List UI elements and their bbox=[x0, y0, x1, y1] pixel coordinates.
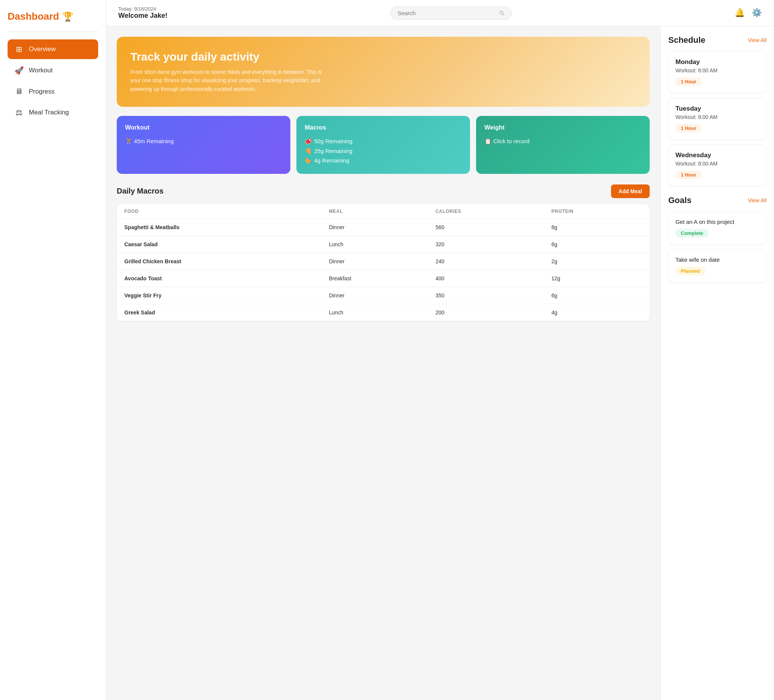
workout-stat-icon: 🏋 bbox=[125, 138, 132, 144]
sidebar-item-label-meal-tracking: Meal Tracking bbox=[29, 109, 69, 116]
meal-cell: Dinner bbox=[321, 287, 428, 304]
workout-stat-value: 🏋 45m Remaining bbox=[125, 136, 282, 146]
workout-stat-card[interactable]: Workout 🏋 45m Remaining bbox=[117, 116, 290, 174]
goal-card: Get an A on this project Complete bbox=[668, 211, 766, 245]
sidebar-divider bbox=[8, 31, 98, 32]
food-cell: Veggie Stir Fry bbox=[117, 287, 321, 304]
sidebar: Dashboard 🏆 ⊞ Overview 🚀 Workout 🖥 Progr… bbox=[0, 0, 106, 700]
goals-section: Goals View All Get an A on this project … bbox=[668, 195, 766, 282]
duration-badge: 1 Hour bbox=[675, 170, 701, 179]
food-cell: Caesar Salad bbox=[117, 236, 321, 253]
food-cell: Grilled Chicken Breast bbox=[117, 253, 321, 270]
sidebar-item-progress[interactable]: 🖥 Progress bbox=[8, 82, 98, 101]
calories-cell: 400 bbox=[428, 270, 544, 287]
search-input[interactable] bbox=[398, 10, 495, 16]
goals-header: Goals View All bbox=[668, 195, 766, 205]
protein-cell: 6g bbox=[544, 236, 650, 253]
macros-table: FOOD MEAL CALORIES PROTEIN Spaghetti & M… bbox=[117, 204, 650, 321]
food-cell: Greek Salad bbox=[117, 304, 321, 321]
hero-description: From short-burst gym workouts to scenic … bbox=[131, 68, 327, 93]
meal-cell: Dinner bbox=[321, 219, 428, 236]
goals-title: Goals bbox=[668, 195, 691, 205]
col-protein: PROTEIN bbox=[544, 204, 650, 219]
sidebar-item-label-progress: Progress bbox=[29, 88, 55, 96]
logo: Dashboard 🏆 bbox=[8, 11, 98, 22]
header-actions: 🔔 ⚙️ bbox=[734, 8, 762, 18]
schedule-workout: Workout: 8:00 AM bbox=[675, 114, 759, 120]
meal-cell: Dinner bbox=[321, 253, 428, 270]
calories-cell: 560 bbox=[428, 219, 544, 236]
food-cell: Spaghetti & Meatballs bbox=[117, 219, 321, 236]
protein-cell: 4g bbox=[544, 304, 650, 321]
schedule-day: Tuesday bbox=[675, 105, 759, 112]
goal-cards: Get an A on this project Complete Take w… bbox=[668, 211, 766, 282]
header-date: Today: 9/18/2024 bbox=[118, 6, 167, 12]
schedule-day: Monday bbox=[675, 58, 759, 66]
goal-card: Take wife on date Planned bbox=[668, 249, 766, 282]
schedule-day: Wednesday bbox=[675, 152, 759, 159]
col-food: FOOD bbox=[117, 204, 321, 219]
schedule-workout: Workout: 8:00 AM bbox=[675, 160, 759, 167]
goals-view-all[interactable]: View All bbox=[748, 197, 766, 203]
col-meal: MEAL bbox=[321, 204, 428, 219]
table-row: Caesar Salad Lunch 320 6g bbox=[117, 236, 650, 253]
sidebar-item-overview[interactable]: ⊞ Overview bbox=[8, 40, 98, 59]
header-info: Today: 9/18/2024 Welcome Jake! bbox=[118, 6, 167, 20]
daily-macros-title: Daily Macros bbox=[117, 187, 164, 195]
sidebar-item-meal-tracking[interactable]: ⚖ Meal Tracking bbox=[8, 102, 98, 122]
hero-title: Track your daily activity bbox=[131, 50, 636, 63]
content: Track your daily activity From short-bur… bbox=[106, 26, 774, 700]
macros-line: 🍕25g Remaining bbox=[305, 146, 461, 156]
weight-stat-card[interactable]: Weight 📋 Click to record bbox=[476, 116, 650, 174]
svg-line-1 bbox=[503, 14, 504, 15]
duration-badge: 1 Hour bbox=[675, 124, 701, 132]
weight-stat-text: Click to record bbox=[493, 138, 529, 144]
macros-stat-card[interactable]: Macros 🥩50g Remaining🍕25g Remaining🌭4g R… bbox=[296, 116, 470, 174]
schedule-header: Schedule View All bbox=[668, 35, 766, 45]
search-icon bbox=[499, 10, 504, 16]
food-cell: Avocado Toast bbox=[117, 270, 321, 287]
main-panel: Track your daily activity From short-bur… bbox=[106, 26, 660, 700]
workout-icon: 🚀 bbox=[15, 66, 23, 75]
table-row: Veggie Stir Fry Dinner 350 6g bbox=[117, 287, 650, 304]
protein-cell: 6g bbox=[544, 287, 650, 304]
table-row: Avocado Toast Breakfast 400 12g bbox=[117, 270, 650, 287]
add-meal-button[interactable]: Add Meal bbox=[611, 185, 650, 198]
schedule-card: Monday Workout: 8:00 AM 1 Hour bbox=[668, 51, 766, 93]
progress-icon: 🖥 bbox=[15, 87, 23, 96]
calories-cell: 200 bbox=[428, 304, 544, 321]
schedule-title: Schedule bbox=[668, 35, 705, 45]
schedule-cards: Monday Workout: 8:00 AM 1 Hour Tuesday W… bbox=[668, 51, 766, 187]
macros-stat-title: Macros bbox=[305, 124, 461, 131]
table-header-row: FOOD MEAL CALORIES PROTEIN bbox=[117, 204, 650, 219]
schedule-card: Tuesday Workout: 8:00 AM 1 Hour bbox=[668, 98, 766, 140]
protein-cell: 8g bbox=[544, 219, 650, 236]
sidebar-nav: ⊞ Overview 🚀 Workout 🖥 Progress ⚖ Meal T… bbox=[8, 40, 98, 122]
sidebar-item-workout[interactable]: 🚀 Workout bbox=[8, 61, 98, 80]
overview-icon: ⊞ bbox=[15, 45, 23, 54]
search-bar[interactable] bbox=[390, 7, 512, 20]
weight-stat-icon: 📋 bbox=[485, 138, 491, 144]
main: Today: 9/18/2024 Welcome Jake! 🔔 ⚙️ Trac… bbox=[106, 0, 774, 700]
schedule-card: Wednesday Workout: 8:00 AM 1 Hour bbox=[668, 144, 766, 187]
hero-banner: Track your daily activity From short-bur… bbox=[117, 37, 650, 107]
workout-stat-text: 45m Remaining bbox=[134, 138, 174, 144]
macros-line: 🌭4g Remaining bbox=[305, 156, 461, 165]
schedule-workout: Workout: 8:00 AM bbox=[675, 68, 759, 73]
duration-badge: 1 Hour bbox=[675, 77, 701, 86]
weight-stat-title: Weight bbox=[485, 124, 641, 131]
sidebar-item-label-workout: Workout bbox=[29, 67, 53, 74]
header: Today: 9/18/2024 Welcome Jake! 🔔 ⚙️ bbox=[106, 0, 774, 26]
macros-stat-values: 🥩50g Remaining🍕25g Remaining🌭4g Remainin… bbox=[305, 136, 461, 165]
table-row: Grilled Chicken Breast Dinner 240 2g bbox=[117, 253, 650, 270]
settings-icon[interactable]: ⚙️ bbox=[752, 8, 762, 18]
weight-stat-value: 📋 Click to record bbox=[485, 136, 641, 146]
stats-row: Workout 🏋 45m Remaining Macros 🥩50g Rema… bbox=[117, 116, 650, 174]
protein-cell: 2g bbox=[544, 253, 650, 270]
daily-macros-header: Daily Macros Add Meal bbox=[117, 185, 650, 198]
notification-icon[interactable]: 🔔 bbox=[734, 8, 745, 18]
calories-cell: 240 bbox=[428, 253, 544, 270]
header-welcome: Welcome Jake! bbox=[118, 12, 167, 20]
schedule-view-all[interactable]: View All bbox=[748, 37, 766, 43]
macros-line: 🥩50g Remaining bbox=[305, 136, 461, 146]
